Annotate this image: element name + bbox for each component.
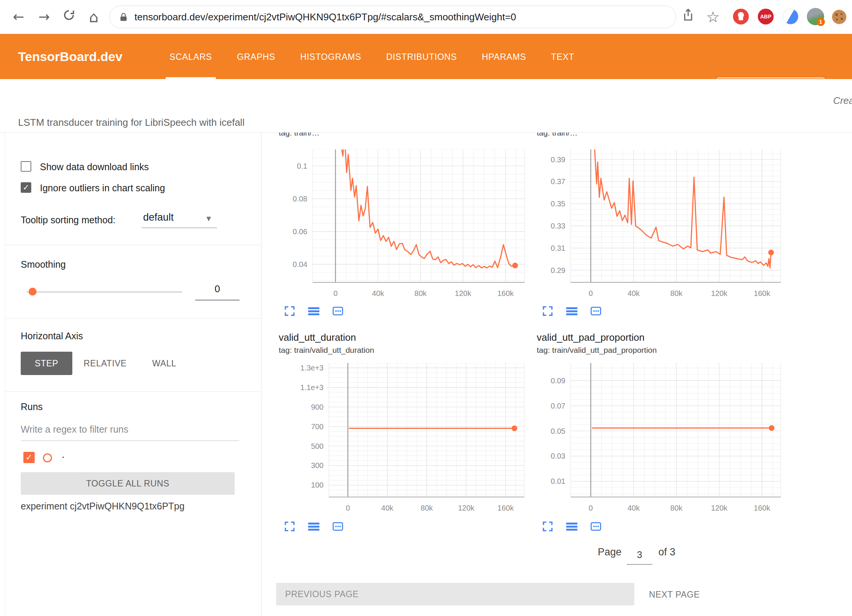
- chart-toolbar: [541, 305, 602, 318]
- ignore-outliers-label: Ignore outliers in chart scaling: [40, 183, 165, 194]
- svg-text:0.1: 0.1: [297, 162, 307, 170]
- tab-hparams[interactable]: HPARAMS: [478, 34, 530, 79]
- previous-page-button[interactable]: PREVIOUS PAGE: [276, 583, 634, 605]
- bookmark-star-icon[interactable]: ☆: [704, 7, 722, 27]
- screen: ← → ⌂ tensorboard.dev/experiment/cj2vtPi…: [0, 0, 852, 616]
- run-checkbox[interactable]: ✓: [23, 452, 35, 463]
- svg-text:160k: 160k: [498, 504, 514, 512]
- runs-filter-input[interactable]: Write a regex to filter runs: [21, 424, 128, 435]
- divider: [5, 245, 261, 245]
- chart-tag: tag: train/valid_utt_pad_proportion: [537, 346, 657, 355]
- chart-tag-clipped: tag: train/…: [279, 133, 437, 138]
- fit-domain-icon[interactable]: [589, 520, 602, 533]
- horizontal-lines-icon[interactable]: [307, 305, 320, 318]
- fit-domain-icon[interactable]: [331, 520, 344, 533]
- scalar-chart-valid-utt-pad-proportion[interactable]: 0.010.030.050.070.09040k80k120k160k: [537, 363, 785, 516]
- svg-text:0.35: 0.35: [551, 200, 565, 208]
- svg-text:40k: 40k: [381, 504, 394, 512]
- tab-scalars[interactable]: SCALARS: [166, 34, 216, 79]
- experiment-id-label: experiment cj2vtPiwQHKN9Q1tx6PTpg: [21, 501, 185, 512]
- chart-title: valid_utt_duration: [279, 332, 356, 343]
- page-input[interactable]: 3: [627, 549, 652, 560]
- avatar-badge: 1: [817, 18, 825, 26]
- fit-domain-icon[interactable]: [589, 305, 602, 318]
- svg-text:0.31: 0.31: [551, 244, 565, 252]
- reload-icon[interactable]: [60, 7, 78, 27]
- extension-adblock-icon[interactable]: [733, 9, 749, 24]
- run-name: .: [62, 449, 65, 460]
- svg-text:0.01: 0.01: [551, 477, 565, 485]
- svg-text:1.3e+3: 1.3e+3: [300, 364, 324, 372]
- chart-tag-clipped: tag: train/…: [537, 133, 695, 138]
- axis-wall-button[interactable]: WALL: [148, 352, 181, 375]
- extension-blue-icon[interactable]: [783, 9, 799, 24]
- axis-step-button[interactable]: STEP: [21, 352, 72, 375]
- svg-text:0.04: 0.04: [293, 260, 307, 268]
- share-icon[interactable]: [679, 7, 698, 27]
- chart-title: valid_utt_pad_proportion: [537, 332, 644, 343]
- scalar-chart-1[interactable]: 0.040.060.080.1040k80k120k160k: [279, 149, 528, 301]
- svg-text:300: 300: [311, 461, 324, 470]
- brand-logo: TensorBoard.dev: [18, 34, 122, 79]
- chart-toolbar: [283, 305, 344, 318]
- address-bar[interactable]: tensorboard.dev/experiment/cj2vtPiwQHKN9…: [109, 6, 676, 28]
- horizontal-lines-icon[interactable]: [565, 520, 578, 533]
- axis-relative-button[interactable]: RELATIVE: [79, 352, 131, 375]
- page-count-label: of 3: [658, 546, 675, 558]
- smoothing-value-input[interactable]: 0: [195, 283, 240, 295]
- svg-text:900: 900: [311, 403, 324, 411]
- home-icon[interactable]: ⌂: [84, 7, 103, 27]
- tab-histograms[interactable]: HISTOGRAMS: [296, 34, 365, 79]
- ignore-outliers-checkbox[interactable]: ✓: [21, 182, 31, 193]
- svg-text:0.37: 0.37: [551, 177, 565, 186]
- extension-abp-icon[interactable]: ABP: [758, 9, 774, 24]
- tab-distributions[interactable]: DISTRIBUTIONS: [382, 34, 461, 79]
- svg-text:120k: 120k: [711, 504, 728, 512]
- divider: [627, 564, 652, 565]
- svg-text:160k: 160k: [754, 289, 770, 297]
- svg-text:0.08: 0.08: [293, 195, 307, 203]
- fullscreen-icon[interactable]: [283, 520, 296, 533]
- svg-text:40k: 40k: [372, 289, 384, 297]
- svg-text:0.03: 0.03: [551, 452, 565, 460]
- tab-text[interactable]: TEXT: [547, 34, 578, 79]
- tab-graphs[interactable]: GRAPHS: [233, 34, 279, 79]
- svg-text:0: 0: [589, 504, 593, 512]
- svg-text:80k: 80k: [670, 504, 683, 512]
- profile-avatar[interactable]: 1: [807, 8, 824, 25]
- svg-text:0: 0: [589, 289, 593, 297]
- fit-domain-icon[interactable]: [331, 305, 344, 318]
- scalar-chart-valid-utt-duration[interactable]: 1003005007009001.1e+31.3e+3040k80k120k16…: [279, 363, 528, 516]
- svg-text:100: 100: [311, 481, 324, 489]
- svg-text:0.33: 0.33: [551, 222, 565, 230]
- next-page-button[interactable]: NEXT PAGE: [647, 583, 702, 605]
- svg-text:40k: 40k: [628, 504, 640, 512]
- chart-toolbar: [283, 520, 344, 533]
- toggle-all-runs-button[interactable]: TOGGLE ALL RUNS: [21, 472, 235, 495]
- page-label: Page: [598, 546, 621, 558]
- back-icon[interactable]: ←: [9, 7, 28, 27]
- fullscreen-icon[interactable]: [541, 520, 554, 533]
- horizontal-axis-label: Horizontal Axis: [21, 331, 83, 342]
- smoothing-slider[interactable]: [26, 291, 182, 293]
- fullscreen-icon[interactable]: [283, 305, 296, 318]
- svg-text:0: 0: [333, 289, 337, 297]
- fullscreen-icon[interactable]: [541, 305, 554, 318]
- forward-icon[interactable]: →: [35, 7, 53, 27]
- check-icon: ✓: [26, 453, 32, 462]
- chevron-down-icon[interactable]: ▾: [206, 213, 211, 224]
- horizontal-lines-icon[interactable]: [565, 305, 578, 318]
- runs-label: Runs: [21, 401, 43, 412]
- horizontal-lines-icon[interactable]: [307, 520, 320, 533]
- show-download-label: Show data download links: [40, 162, 149, 172]
- scalar-chart-2[interactable]: 0.290.310.330.350.370.39040k80k120k160k: [537, 149, 785, 301]
- show-download-checkbox[interactable]: [21, 161, 31, 172]
- tooltip-sort-select[interactable]: default: [143, 212, 174, 223]
- send-feedback-button[interactable]: SEND FEEDBACK: [717, 78, 825, 101]
- cookie-icon[interactable]: [832, 9, 847, 24]
- divider: [195, 300, 240, 300]
- smoothing-slider-thumb[interactable]: [29, 288, 37, 296]
- svg-text:500: 500: [311, 442, 324, 450]
- svg-text:40k: 40k: [628, 289, 640, 297]
- run-color-swatch[interactable]: [43, 453, 52, 462]
